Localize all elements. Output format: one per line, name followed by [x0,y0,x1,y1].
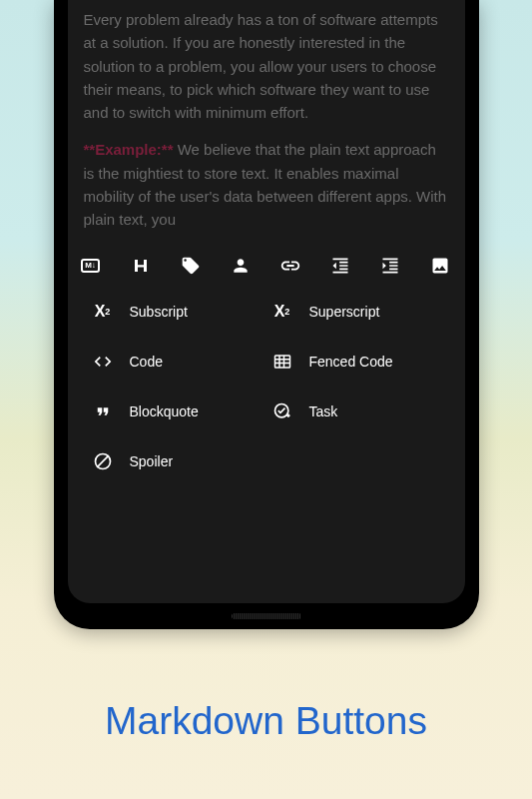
editor-content[interactable]: Every problem already has a ton of softw… [68,0,465,245]
phone-speaker [232,613,301,619]
superscript-icon: X2 [271,301,293,323]
outdent-icon[interactable] [329,255,351,277]
svg-rect-0 [274,356,289,368]
heading-icon[interactable] [130,255,152,277]
indent-icon[interactable] [379,255,401,277]
person-icon[interactable] [230,255,252,277]
superscript-button[interactable]: X2 Superscript [271,301,441,323]
image-icon[interactable] [429,255,451,277]
spoiler-button[interactable]: Spoiler [92,450,262,472]
subscript-button[interactable]: X2 Subscript [92,301,262,323]
svg-line-9 [97,455,109,467]
fenced-code-button[interactable]: Fenced Code [271,351,441,373]
format-menu: X2 Subscript X2 Superscript Code Fenced … [68,287,465,486]
code-label: Code [130,354,163,370]
blockquote-icon [92,400,114,422]
task-label: Task [309,403,338,419]
example-marker: **Example:** [84,141,174,158]
markdown-icon[interactable]: M↓ [80,255,102,277]
spoiler-label: Spoiler [130,453,174,469]
paragraph-2: **Example:** We believe that the plain t… [84,138,449,231]
phone-screen: Every problem already has a ton of softw… [68,0,465,603]
promo-caption: Markdown Buttons [0,699,532,743]
task-icon [271,400,293,422]
subscript-icon: X2 [92,301,114,323]
link-icon[interactable] [279,255,301,277]
tag-icon[interactable] [180,255,202,277]
markdown-toolbar: M↓ [68,245,465,287]
phone-frame: Every problem already has a ton of softw… [54,0,479,629]
paragraph-1: Every problem already has a ton of softw… [84,8,449,124]
blockquote-label: Blockquote [130,403,199,419]
spoiler-icon [92,450,114,472]
superscript-label: Superscript [309,304,380,320]
blockquote-button[interactable]: Blockquote [92,400,262,422]
fenced-code-icon [271,351,293,373]
task-button[interactable]: Task [271,400,441,422]
code-icon [92,351,114,373]
fenced-code-label: Fenced Code [309,354,393,370]
subscript-label: Subscript [130,304,188,320]
code-button[interactable]: Code [92,351,262,373]
